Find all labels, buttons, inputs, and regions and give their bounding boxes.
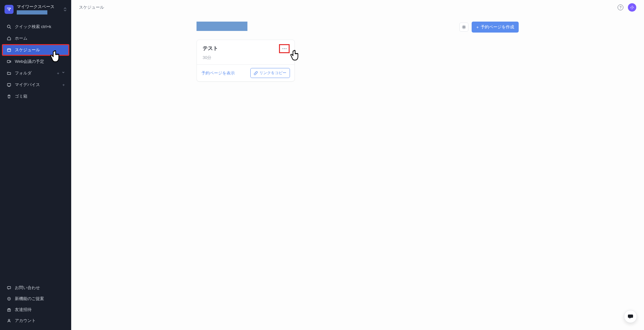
chevron-down-icon[interactable] [62,71,65,76]
cursor-hand-icon [289,48,303,63]
svg-point-18 [285,48,286,49]
card-more-button[interactable] [280,45,289,52]
svg-rect-9 [7,286,11,289]
button-label: 予約ページを作成 [481,24,514,30]
search-icon [6,24,11,29]
nav-label: ホーム [15,35,65,41]
plus-icon[interactable]: + [62,82,65,87]
sidebar-item-trash[interactable]: ゴミ箱 [0,91,71,102]
svg-rect-7 [7,83,11,86]
nav-label: マイデバイス [15,82,59,88]
plus-icon: + [476,25,479,30]
button-label: リンクをコピー [259,70,286,76]
calendar-icon [6,48,11,53]
footer-item-account[interactable]: アカウント [0,315,71,326]
main-content: スケジュール ? 小 + 予約ページを作成 [71,0,644,330]
sidebar-item-web-meeting[interactable]: Web会議の予定 [0,56,71,67]
sidebar-item-home[interactable]: ホーム [0,33,71,44]
footer-label: アカウント [15,318,36,324]
trash-icon [6,94,11,99]
sparkle-icon [6,296,11,301]
workspace-switcher[interactable]: マ マイワークスペース [0,0,71,18]
avatar[interactable]: 小 [628,3,636,12]
footer-label: 新機能のご提案 [15,296,44,302]
svg-point-14 [8,319,10,321]
footer-label: 友達招待 [15,307,32,313]
copy-link-button[interactable]: リンクをコピー [250,68,290,78]
view-booking-page-link[interactable]: 予約ページを表示 [201,70,235,76]
settings-button[interactable] [459,23,468,32]
svg-point-15 [463,26,465,28]
page-title-redacted [197,22,247,31]
svg-point-16 [282,48,283,49]
workspace-badge: マ [5,5,14,14]
gear-icon [462,25,466,29]
svg-line-1 [10,27,11,28]
ellipsis-icon [282,48,287,49]
user-icon [6,318,11,323]
chat-bubble-icon [627,313,634,320]
footer-item-invite[interactable]: 友達招待 [0,304,71,315]
nav-label: ゴミ箱 [15,93,65,99]
chevron-updown-icon [63,7,67,12]
svg-rect-6 [7,61,10,63]
topbar: スケジュール ? 小 [71,0,644,15]
sidebar-footer: お問い合わせ 新機能のご提案 友達招待 アカウント [0,282,71,330]
device-icon [6,82,11,87]
svg-rect-2 [7,49,11,52]
help-icon[interactable]: ? [618,5,623,10]
sidebar-item-my-device[interactable]: マイデバイス + [0,79,71,91]
nav-label: Web会議の予定 [15,59,65,64]
footer-label: お問い合わせ [15,285,40,291]
video-meeting-icon [6,59,11,64]
nav-label: クイック検索 ctrl+k [15,24,65,30]
breadcrumb: スケジュール [79,5,104,10]
sidebar-item-search[interactable]: クイック検索 ctrl+k [0,21,71,33]
folder-icon [6,71,11,76]
footer-item-contact[interactable]: お問い合わせ [0,282,71,293]
link-icon [254,71,258,75]
svg-point-11 [8,298,9,299]
nav-label: スケジュール [15,47,63,53]
chat-icon [6,286,11,290]
sidebar-item-folder[interactable]: フォルダ + [0,67,71,79]
footer-item-new-features[interactable]: 新機能のご提案 [0,293,71,304]
chat-fab-button[interactable] [624,310,637,323]
workspace-name: マイワークスペース [17,4,60,10]
workspace-subtitle-redacted [17,10,47,15]
svg-point-17 [284,48,285,49]
sidebar: マ マイワークスペース クイック検索 ctrl+k ホーム [0,0,71,330]
card-duration: 30分 [203,55,289,61]
card-title: テスト [203,45,218,52]
gift-icon [6,307,11,312]
booking-card: テスト 30分 [197,40,295,82]
nav-label: フォルダ [15,70,53,76]
sidebar-nav: クイック検索 ctrl+k ホーム スケジュール Web会議の予定 [0,18,71,282]
create-booking-page-button[interactable]: + 予約ページを作成 [472,22,519,33]
plus-icon[interactable]: + [57,71,59,76]
sidebar-item-schedule[interactable]: スケジュール [2,44,69,56]
home-icon [6,36,11,41]
